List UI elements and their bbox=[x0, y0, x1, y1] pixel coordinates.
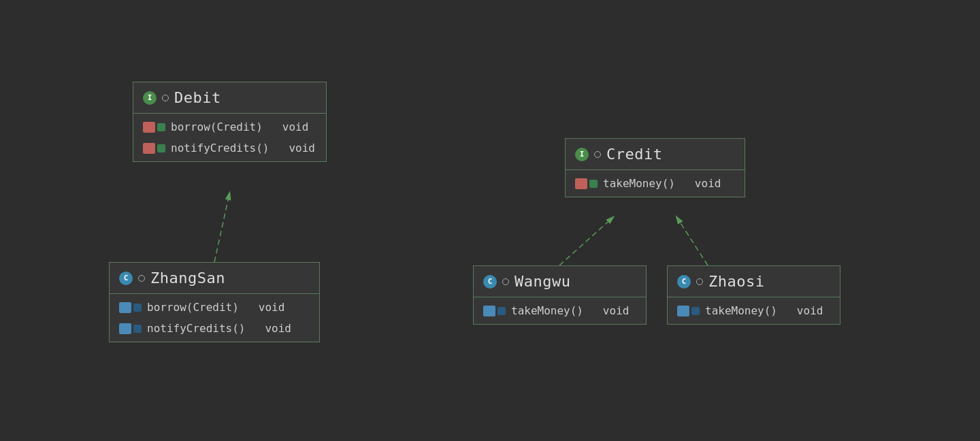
zhangsan-method-1: borrow(Credit) void bbox=[110, 297, 319, 318]
debit-body: borrow(Credit) void notifyCredits() void bbox=[133, 114, 326, 161]
debit-method-1: borrow(Credit) void bbox=[133, 116, 326, 137]
debit-title: Debit bbox=[174, 89, 221, 106]
arrow-zhaosi-credit bbox=[677, 218, 708, 265]
zs-method1-icon bbox=[119, 302, 142, 313]
method1-icon bbox=[143, 122, 165, 133]
credit-title: Credit bbox=[606, 146, 662, 163]
wangwu-method-1: takeMoney() void bbox=[474, 300, 646, 321]
zhaosi-body: takeMoney() void bbox=[668, 297, 840, 324]
credit-header: I Credit bbox=[566, 139, 745, 170]
zhaosi-type-icon: C bbox=[677, 275, 691, 289]
arrow-zhangsan-debit bbox=[214, 194, 229, 262]
credit-dot bbox=[594, 151, 601, 158]
zhangsan-method1-text: borrow(Credit) void bbox=[147, 301, 284, 314]
debit-type-icon: I bbox=[143, 91, 157, 105]
zhaosi-dot bbox=[696, 278, 703, 285]
zhangsan-method2-text: notifyCredits() void bbox=[147, 322, 291, 335]
zhangsan-type-icon: C bbox=[119, 272, 133, 285]
debit-method2-text: notifyCredits() void bbox=[171, 142, 315, 154]
cr-method1-icon bbox=[575, 178, 598, 189]
debit-dot bbox=[162, 95, 169, 101]
zhaosi-method1-text: takeMoney() void bbox=[705, 304, 823, 317]
wangwu-body: takeMoney() void bbox=[474, 297, 646, 324]
zhangsan-title: ZhangSan bbox=[150, 270, 225, 287]
method2-icon bbox=[143, 143, 165, 154]
zs-method2-icon bbox=[119, 323, 142, 334]
zhangsan-method-2: notifyCredits() void bbox=[110, 318, 319, 339]
zhaosi-method-1: takeMoney() void bbox=[668, 300, 840, 321]
zhangsan-dot bbox=[138, 275, 145, 282]
class-zhangsan[interactable]: C ZhangSan borrow(Credit) void notifyCre… bbox=[109, 262, 320, 342]
class-debit[interactable]: I Debit borrow(Credit) void notifyCredit… bbox=[133, 82, 327, 162]
wangwu-method1-text: takeMoney() void bbox=[511, 304, 629, 317]
wangwu-title: Wangwu bbox=[514, 273, 570, 290]
zs2-method1-icon bbox=[677, 306, 700, 316]
class-credit[interactable]: I Credit takeMoney() void bbox=[565, 138, 745, 197]
credit-method1-text: takeMoney() void bbox=[603, 177, 721, 190]
zhaosi-title: Zhaosi bbox=[708, 273, 764, 290]
arrows-svg bbox=[0, 0, 980, 441]
debit-method1-text: borrow(Credit) void bbox=[171, 120, 308, 133]
diagram-canvas: I Debit borrow(Credit) void notifyCredit… bbox=[0, 0, 980, 441]
ww-method1-icon bbox=[483, 306, 506, 316]
debit-header: I Debit bbox=[133, 82, 326, 114]
debit-method-2: notifyCredits() void bbox=[133, 137, 326, 159]
wangwu-dot bbox=[502, 278, 509, 285]
credit-type-icon: I bbox=[575, 148, 589, 161]
credit-body: takeMoney() void bbox=[566, 170, 745, 197]
wangwu-header: C Wangwu bbox=[474, 266, 646, 297]
wangwu-type-icon: C bbox=[483, 275, 497, 289]
class-zhaosi[interactable]: C Zhaosi takeMoney() void bbox=[667, 265, 840, 325]
credit-method-1: takeMoney() void bbox=[566, 173, 745, 194]
zhaosi-header: C Zhaosi bbox=[668, 266, 840, 297]
arrow-wangwu-credit bbox=[559, 218, 612, 265]
zhangsan-header: C ZhangSan bbox=[110, 263, 319, 294]
class-wangwu[interactable]: C Wangwu takeMoney() void bbox=[473, 265, 647, 325]
zhangsan-body: borrow(Credit) void notifyCredits() void bbox=[110, 294, 319, 342]
